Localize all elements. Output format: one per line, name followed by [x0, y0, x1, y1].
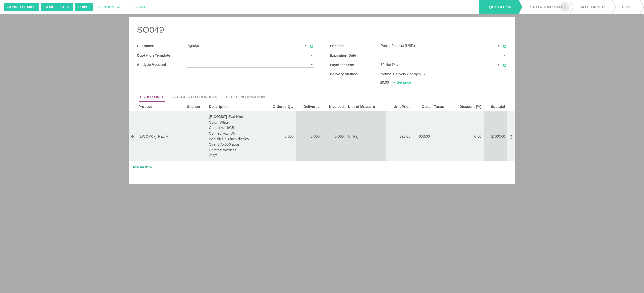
chevron-down-icon: ▼ — [504, 54, 506, 57]
customer-select[interactable]: Agrolait ▼ — [187, 42, 308, 49]
add-item-link[interactable]: Add an item — [129, 161, 515, 173]
cell-unit-price[interactable]: 320.00 — [386, 111, 412, 161]
tab-order-lines[interactable]: ORDER LINES — [139, 92, 165, 102]
label-delivery-method: Delivery Method — [330, 72, 377, 76]
chevron-down-icon: ▼ — [311, 63, 313, 66]
payment-term-select[interactable]: 30 Net Days ▼ — [380, 62, 501, 68]
col-uom: Unit of Measure — [346, 102, 386, 111]
cell-description[interactable]: [E-COM07] iPad Mini Color: White Capacit… — [207, 111, 264, 161]
svg-line-1 — [505, 45, 506, 46]
col-cost: Cost — [412, 102, 432, 111]
tab-other-information[interactable]: OTHER INFORMATION — [225, 92, 265, 102]
send-by-email-button[interactable]: SEND BY EMAIL — [4, 3, 39, 11]
quotation-template-select[interactable]: ▼ — [187, 52, 314, 58]
cancel-button[interactable]: CANCEL — [130, 3, 152, 11]
expiration-date-input[interactable]: ▼ — [380, 52, 507, 58]
label-expiration-date: Expiration Date — [330, 53, 377, 57]
col-description: Description — [207, 102, 264, 111]
confirm-sale-button[interactable]: CONFIRM SALE — [94, 3, 129, 11]
external-link-icon[interactable] — [310, 44, 314, 48]
col-invoiced: Invoiced — [322, 102, 346, 111]
drag-handle-icon[interactable]: ✥ — [129, 111, 136, 161]
cell-invoiced: 0.000 — [322, 111, 346, 161]
label-pricelist: Pricelist — [330, 44, 377, 48]
delivery-price-value: $0.00 — [380, 80, 389, 84]
svg-line-2 — [505, 64, 506, 65]
delivery-method-select[interactable]: Normal Delivery Charges ▼ — [380, 71, 427, 77]
col-discount: Discount (%) — [450, 102, 484, 111]
external-link-icon[interactable] — [503, 44, 507, 48]
status-step-sale-order[interactable]: SALE ORDER — [570, 0, 612, 14]
col-product: Product — [136, 102, 185, 111]
cell-ordered-qty[interactable]: 8.000 — [264, 111, 296, 161]
col-taxes: Taxes — [432, 102, 450, 111]
set-price-button[interactable]: → Set price — [392, 80, 411, 84]
chevron-down-icon: ▼ — [497, 63, 500, 66]
cell-delivered: 0.000 — [296, 111, 322, 161]
label-payment-term: Payment Term — [330, 63, 377, 67]
order-lines-table: Product Section Description Ordered Qty … — [129, 102, 515, 161]
external-link-icon[interactable] — [503, 63, 507, 67]
col-unit-price: Unit Price — [386, 102, 412, 111]
col-delivered: Delivered — [296, 102, 322, 111]
label-customer: Customer — [137, 44, 184, 48]
record-title: SO049 — [137, 25, 507, 35]
status-step-quotation-sent[interactable]: QUOTATION SENT — [519, 0, 570, 14]
cell-taxes[interactable] — [432, 111, 450, 161]
action-toolbar: SEND BY EMAIL SEND LETTER PRINT CONFIRM … — [0, 0, 644, 14]
svg-line-0 — [312, 45, 313, 46]
chevron-down-icon: ▼ — [311, 54, 313, 57]
cell-discount[interactable]: 0.00 — [450, 111, 484, 161]
pricelist-select[interactable]: Public Pricelist (USD) ▼ — [380, 42, 501, 49]
chevron-down-icon: ▼ — [423, 73, 426, 76]
status-bar: QUOTATION QUOTATION SENT SALE ORDER DONE — [479, 0, 640, 14]
cell-section[interactable] — [185, 111, 207, 161]
col-subtotal: Subtotal — [484, 102, 507, 111]
chevron-down-icon: ▼ — [304, 44, 307, 47]
label-quotation-template: Quotation Template — [137, 53, 184, 57]
col-ordered-qty: Ordered Qty — [264, 102, 296, 111]
delete-row-icon[interactable] — [507, 111, 515, 161]
analytic-account-select[interactable]: ▼ — [187, 62, 314, 68]
tabs-bar: ORDER LINES SUGGESTED PRODUCTS OTHER INF… — [137, 92, 507, 102]
tab-suggested-products[interactable]: SUGGESTED PRODUCTS — [173, 92, 218, 102]
cell-subtotal: 2,560.00 — [484, 111, 507, 161]
status-step-done[interactable]: DONE — [612, 0, 640, 14]
chevron-down-icon: ▼ — [497, 44, 500, 47]
cell-cost[interactable]: 800.00 — [412, 111, 432, 161]
col-section: Section — [185, 102, 207, 111]
table-row[interactable]: ✥ [E-COM07] iPad Mini [E-COM07] iPad Min… — [129, 111, 515, 161]
print-button[interactable]: PRINT — [75, 3, 93, 11]
arrow-right-icon: → — [392, 80, 396, 84]
status-step-quotation[interactable]: QUOTATION — [479, 0, 519, 14]
label-analytic-account: Analytic Account — [137, 63, 184, 67]
cell-product[interactable]: [E-COM07] iPad Mini — [136, 111, 185, 161]
send-letter-button[interactable]: SEND LETTER — [41, 3, 73, 11]
form-sheet: SO049 Customer Agrolait ▼ — [129, 17, 515, 184]
cell-uom: Unit(s) — [346, 111, 386, 161]
